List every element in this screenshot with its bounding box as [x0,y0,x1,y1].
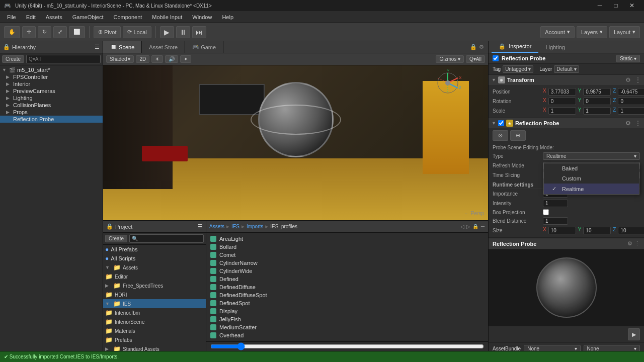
project-search-input[interactable] [129,234,204,243]
list-item-comet[interactable]: Comet [208,251,486,259]
list-item-medium-scatter[interactable]: MediumScatter [208,323,486,331]
breadcrumb-assets[interactable]: Assets [209,224,224,229]
folder-ies[interactable]: ▼ 📁 IES [103,299,206,308]
layers-dropdown[interactable]: Layers ▾ [577,26,607,38]
step-button[interactable]: ⏭ [192,26,206,38]
probe-enabled-checkbox[interactable] [498,120,504,126]
tab-lighting[interactable]: Lighting [538,42,572,52]
bake-all-button[interactable]: ⊕ [510,130,526,141]
list-item-defined[interactable]: Defined [208,275,486,283]
tree-item-scene[interactable]: ▼ 🎬 m5_10_start* [0,66,103,73]
close-button[interactable]: ✕ [624,0,640,11]
size-z-field[interactable] [618,227,644,234]
probe-preview-settings-icon[interactable]: ⚙ [627,240,632,247]
account-dropdown[interactable]: Account ▾ [540,26,575,38]
hierarchy-search-input[interactable] [26,55,101,63]
assets-lock-icon[interactable]: 🔒 [472,224,478,229]
scene-view[interactable]: X Y Z ← Persp [103,65,488,220]
probe-preview-more-icon[interactable]: ⋮ [634,240,640,247]
hierarchy-create-button[interactable]: Create [2,55,24,63]
transform-more-icon[interactable]: ⋮ [635,76,641,83]
assets-forward-icon[interactable]: ▷ [466,224,470,229]
scale-y-field[interactable] [583,107,611,115]
tab-asset-store[interactable]: Asset Store [142,41,185,53]
tree-item-fpscontroller[interactable]: ▶ FPSController [0,73,103,80]
menu-help[interactable]: Help [217,13,238,21]
menu-gameobject[interactable]: GameObject [67,13,109,21]
menu-edit[interactable]: Edit [21,13,41,21]
probe-more-icon[interactable]: ⋮ [635,120,641,127]
breadcrumb-imports[interactable]: Imports [247,224,263,229]
tree-item-interior[interactable]: ▶ Interior [0,80,103,87]
menu-window[interactable]: Window [187,13,217,21]
rot-y-field[interactable] [583,98,611,105]
obj-active-checkbox[interactable] [493,55,499,61]
tab-scene[interactable]: 🔲 Scene [103,41,142,53]
probe-play-button[interactable]: ▶ [628,328,640,340]
tree-item-preview-cameras[interactable]: ▶ PreviewCameras [0,87,103,95]
folder-standard-assets[interactable]: ▶ 📁 Standard Assets [103,344,206,351]
bake-probe-button[interactable]: ⊙ [493,130,508,141]
tree-item-lighting[interactable]: ▶ Lighting [0,95,103,102]
breadcrumb-ies[interactable]: IES [231,224,239,229]
folder-editor[interactable]: 📁 Editor [103,272,206,281]
settings-scene-icon[interactable]: ⚙ [479,44,484,50]
scale-z-field[interactable] [618,107,644,115]
audio-button[interactable]: 🔊 [165,55,178,63]
folder-interior-scene[interactable]: 📁 InteriorScene [103,317,206,326]
list-item-cylinder-narrow[interactable]: CylinderNarrow [208,259,486,267]
folder-hdri[interactable]: 📁 HDRI [103,290,206,299]
dropdown-item-baked[interactable]: Baked [544,163,639,173]
transform-settings-icon[interactable]: ⚙ [625,76,631,83]
pos-x-field[interactable] [548,88,576,96]
probe-settings-icon[interactable]: ⚙ [625,120,631,127]
pos-z-field[interactable] [618,88,644,96]
blend-distance-field[interactable] [543,217,568,225]
tree-item-props[interactable]: ▶ Props [0,109,103,116]
list-item-bollard[interactable]: Bollard [208,243,486,251]
tree-item-reflection-probe[interactable]: Reflection Probe [0,116,103,123]
tree-item-collision-planes[interactable]: ▶ CollisionPlanes [0,102,103,109]
size-x-field[interactable] [548,227,576,234]
scene-search-dropdown[interactable]: Q▾All [466,55,485,63]
project-all-prefabs[interactable]: ● All Prefabs [103,245,206,254]
rect-tool[interactable]: ⬜ [69,26,85,38]
dropdown-item-custom[interactable]: Custom [544,173,639,184]
layer-dropdown[interactable]: Default ▾ [554,65,579,73]
list-item-defined-diffuse[interactable]: DefinedDiffuse [208,283,486,291]
maximize-button[interactable]: □ [608,0,624,11]
tab-inspector[interactable]: 🔒 Inspector [492,41,538,53]
list-item-jellyfish[interactable]: JellyFish [208,315,486,323]
menu-assets[interactable]: Assets [41,13,67,21]
menu-mobile-input[interactable]: Mobile Input [147,13,187,21]
assets-zoom-slider[interactable] [210,343,484,349]
list-item-display[interactable]: Display [208,307,486,315]
scale-tool[interactable]: ⤢ [53,26,67,38]
rot-x-field[interactable] [548,98,576,105]
hand-tool[interactable]: ✋ [4,26,20,38]
folder-interior-fbm[interactable]: 📁 Interior.fbm [103,308,206,317]
local-button[interactable]: ⟳ Local [123,26,151,38]
folder-free-speed-trees[interactable]: ▶ 📁 Free_SpeedTrees [103,281,206,290]
shading-mode-dropdown[interactable]: Shaded ▾ [106,55,134,63]
list-item-overhead[interactable]: Overhead [208,331,486,339]
hierarchy-menu-icon[interactable]: ☰ [95,44,100,50]
tab-game[interactable]: 🎮 Game [185,41,223,53]
pivot-button[interactable]: ⊕ Pivot [94,26,121,38]
folder-prefabs[interactable]: 📁 Prefabs [103,335,206,344]
list-item-cylinder-wide[interactable]: CylinderWide [208,267,486,275]
minimize-button[interactable]: ─ [592,0,608,11]
type-dropdown-button[interactable]: Realtime ▾ Baked Custom [543,152,640,160]
asset-bundle-variant-dropdown[interactable]: None ▾ [584,345,640,351]
scale-x-field[interactable] [548,107,576,115]
menu-component[interactable]: Component [108,13,147,21]
folder-materials[interactable]: 📁 Materials [103,326,206,335]
list-item-area-light[interactable]: AreaLight [208,235,486,243]
project-all-scripts[interactable]: ● All Scripts [103,254,206,263]
tag-dropdown[interactable]: Untagged ▾ [503,65,533,73]
box-projection-checkbox[interactable] [543,209,549,215]
list-item-defined-diffuse-spot[interactable]: DefinedDiffuseSpot [208,291,486,299]
list-item-defined-spot[interactable]: DefinedSpot [208,299,486,307]
pos-y-field[interactable] [583,88,611,96]
dimension-button[interactable]: 2D [136,55,149,63]
